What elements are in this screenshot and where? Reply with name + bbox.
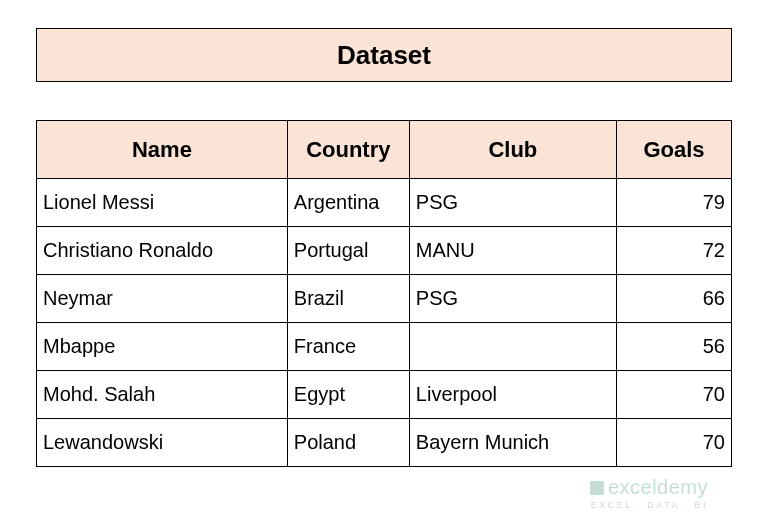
table-row: Mbappe France 56 bbox=[37, 323, 732, 371]
cell-goals: 56 bbox=[616, 323, 731, 371]
cell-club: Liverpool bbox=[409, 371, 616, 419]
cell-name: Mohd. Salah bbox=[37, 371, 288, 419]
cell-name: Neymar bbox=[37, 275, 288, 323]
watermark-brand: exceldemy bbox=[608, 476, 708, 499]
cell-club: MANU bbox=[409, 227, 616, 275]
cell-country: Brazil bbox=[287, 275, 409, 323]
col-header-name: Name bbox=[37, 121, 288, 179]
cell-name: Christiano Ronaldo bbox=[37, 227, 288, 275]
cell-name: Lewandowski bbox=[37, 419, 288, 467]
cell-name: Mbappe bbox=[37, 323, 288, 371]
table-row: Neymar Brazil PSG 66 bbox=[37, 275, 732, 323]
cell-goals: 70 bbox=[616, 371, 731, 419]
table-header-row: Name Country Club Goals bbox=[37, 121, 732, 179]
cell-goals: 72 bbox=[616, 227, 731, 275]
cell-club bbox=[409, 323, 616, 371]
cell-country: Portugal bbox=[287, 227, 409, 275]
data-table: Name Country Club Goals Lionel Messi Arg… bbox=[36, 120, 732, 467]
cell-country: France bbox=[287, 323, 409, 371]
cell-club: PSG bbox=[409, 275, 616, 323]
cell-country: Argentina bbox=[287, 179, 409, 227]
table-row: Lionel Messi Argentina PSG 79 bbox=[37, 179, 732, 227]
cell-name: Lionel Messi bbox=[37, 179, 288, 227]
cell-goals: 79 bbox=[616, 179, 731, 227]
excel-square-icon bbox=[590, 481, 604, 495]
col-header-goals: Goals bbox=[616, 121, 731, 179]
table-body: Lionel Messi Argentina PSG 79 Christiano… bbox=[37, 179, 732, 467]
col-header-club: Club bbox=[409, 121, 616, 179]
cell-country: Poland bbox=[287, 419, 409, 467]
cell-goals: 66 bbox=[616, 275, 731, 323]
watermark-tagline: EXCEL · DATA · BI bbox=[590, 500, 708, 510]
table-row: Lewandowski Poland Bayern Munich 70 bbox=[37, 419, 732, 467]
cell-club: Bayern Munich bbox=[409, 419, 616, 467]
cell-goals: 70 bbox=[616, 419, 731, 467]
table-row: Mohd. Salah Egypt Liverpool 70 bbox=[37, 371, 732, 419]
col-header-country: Country bbox=[287, 121, 409, 179]
dataset-title: Dataset bbox=[337, 40, 431, 71]
watermark-logo-row: exceldemy bbox=[590, 476, 708, 499]
dataset-title-bar: Dataset bbox=[36, 28, 732, 82]
cell-club: PSG bbox=[409, 179, 616, 227]
watermark: exceldemy EXCEL · DATA · BI bbox=[590, 476, 708, 510]
cell-country: Egypt bbox=[287, 371, 409, 419]
table-row: Christiano Ronaldo Portugal MANU 72 bbox=[37, 227, 732, 275]
